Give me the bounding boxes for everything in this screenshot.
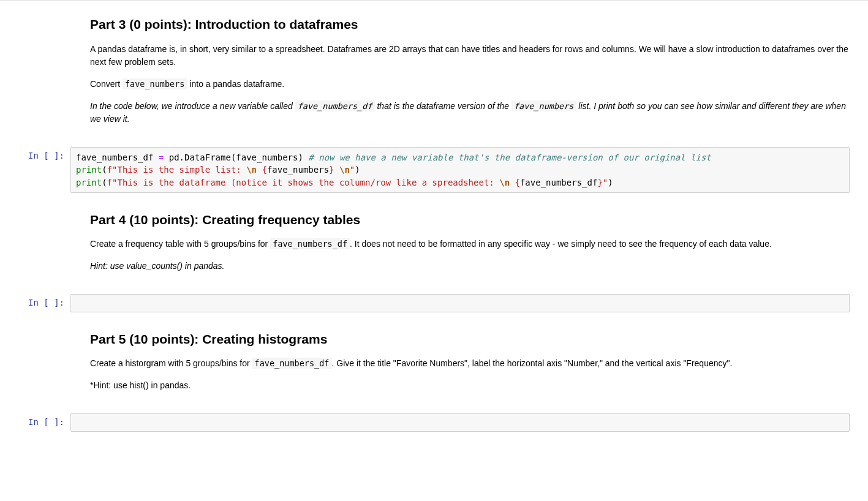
token-comment: # now we have a new variable that's the … — [308, 153, 711, 162]
markdown-cell-part4: Part 4 (10 points): Creating frequency t… — [0, 196, 868, 291]
token-rp: ) — [355, 165, 360, 175]
code-input-area[interactable]: fave_numbers_df = pd.DataFrame(fave_numb… — [70, 147, 850, 193]
para-hint: *Hint: use hist() in pandas. — [90, 379, 850, 393]
input-prompt: In [ ]: — [0, 413, 70, 432]
token-pd: pd — [169, 153, 179, 162]
token-q: " — [603, 178, 608, 187]
token-print: print — [76, 178, 102, 187]
para-intro: A pandas dataframe is, in short, very si… — [90, 43, 850, 69]
code-content — [70, 413, 868, 432]
token-str: This is the dataframe (notice it shows t… — [117, 178, 499, 187]
code-fave-numbers: fave_numbers — [511, 100, 576, 111]
code-fave-numbers: fave_numbers — [123, 78, 187, 89]
token-rp: ) — [298, 153, 303, 162]
token-f: f — [107, 165, 112, 175]
prompt-empty — [0, 318, 70, 407]
token-dot: . — [179, 153, 184, 162]
input-prompt: In [ ]: — [0, 294, 70, 312]
text: that is the dataframe version of the — [375, 101, 511, 111]
code-cell-2: In [ ]: — [0, 291, 868, 315]
text: . Give it the title "Favorite Numbers", … — [332, 358, 733, 368]
token-lp: ( — [102, 178, 107, 187]
para-explain: In the code below, we introduce a new va… — [90, 100, 850, 126]
token-str: This is the simple list: — [117, 165, 246, 175]
token-esc: \n — [339, 165, 350, 175]
code-cell-1: In [ ]: fave_numbers_df = pd.DataFrame(f… — [0, 144, 868, 196]
markdown-content[interactable]: Part 5 (10 points): Creating histograms … — [70, 318, 868, 407]
text: . It does not need to be formatted in an… — [350, 239, 772, 249]
text: Create a frequency table with 5 groups/b… — [90, 239, 270, 249]
token-f: f — [107, 178, 112, 187]
markdown-cell-part5: Part 5 (10 points): Creating histograms … — [0, 315, 868, 410]
token-rbrace: } — [329, 165, 334, 175]
heading-part4: Part 4 (10 points): Creating frequency t… — [90, 210, 850, 230]
code-fave-numbers-df: fave_numbers_df — [252, 358, 332, 369]
token-rp: ) — [608, 178, 613, 187]
token-fn: DataFrame — [184, 153, 231, 162]
code-content: fave_numbers_df = pd.DataFrame(fave_numb… — [70, 147, 868, 193]
code-cell-3: In [ ]: — [0, 410, 868, 435]
para-hint: Hint: use value_counts() in pandas. — [90, 260, 850, 273]
markdown-cell-part3: Part 3 (0 points): Introduction to dataf… — [0, 1, 868, 144]
token-esc: \n — [246, 165, 257, 175]
token-print: print — [76, 165, 102, 175]
token-str — [510, 178, 515, 187]
input-prompt: In [ ]: — [0, 147, 70, 193]
markdown-content[interactable]: Part 4 (10 points): Creating frequency t… — [70, 199, 868, 288]
token-lbrace: { — [262, 165, 266, 175]
text: Create a historgram with 5 groups/bins f… — [90, 358, 252, 368]
token-lp: ( — [102, 165, 107, 175]
token-esc: \n — [499, 178, 510, 187]
token-interp: fave_numbers — [267, 165, 329, 175]
code-input-area[interactable] — [70, 294, 850, 312]
text: into a pandas dataframe. — [187, 79, 284, 89]
token-arg: fave_numbers — [236, 153, 298, 162]
prompt-empty — [0, 199, 70, 288]
token-q: " — [350, 165, 355, 175]
text: In the code below, we introduce a new va… — [90, 101, 295, 111]
token-str — [334, 165, 339, 175]
token-interp: fave_numbers_df — [520, 178, 597, 187]
heading-part3: Part 3 (0 points): Introduction to dataf… — [90, 15, 850, 34]
code-input-area[interactable] — [70, 413, 850, 432]
prompt-empty — [0, 4, 70, 141]
token-lbrace: { — [515, 178, 520, 187]
code-fave-numbers-df: fave_numbers_df — [270, 238, 350, 249]
para-freq: Create a frequency table with 5 groups/b… — [90, 238, 850, 251]
markdown-content[interactable]: Part 3 (0 points): Introduction to dataf… — [70, 4, 868, 141]
text: Convert — [90, 79, 123, 89]
token-rbrace: } — [597, 178, 602, 187]
code-content — [70, 294, 868, 312]
heading-part5: Part 5 (10 points): Creating histograms — [90, 330, 850, 349]
notebook-container: Part 3 (0 points): Introduction to dataf… — [0, 0, 868, 435]
para-hist: Create a historgram with 5 groups/bins f… — [90, 357, 850, 371]
token-eq: = — [153, 153, 168, 162]
code-fave-numbers-df: fave_numbers_df — [295, 100, 375, 111]
token-var: fave_numbers_df — [76, 153, 153, 162]
para-convert: Convert fave_numbers into a pandas dataf… — [90, 78, 850, 91]
